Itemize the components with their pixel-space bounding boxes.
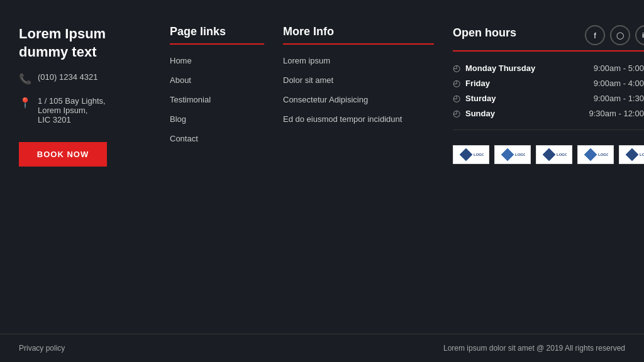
privacy-policy-link[interactable]: Privacy policy <box>19 344 65 353</box>
address-contact: 📍 1 / 105 Bay Lights, Lorem Ipsum, LIC 3… <box>19 96 145 124</box>
hours-day-sunday: Sunday <box>465 109 541 118</box>
partner-logo-4: LOGO <box>577 145 614 164</box>
more-info-divider <box>283 43 434 45</box>
social-icons: f ◯ in <box>585 25 644 45</box>
svg-text:LOGO: LOGO <box>474 153 484 156</box>
more-info-link-4[interactable]: Ed do eiusmod tempor incididunt <box>283 114 434 124</box>
footer-bottom: Privacy policy Lorem ipsum dolor sit ame… <box>0 334 644 362</box>
address-line3: LIC 3201 <box>38 115 106 124</box>
page-links-divider <box>170 43 264 45</box>
hours-time-monday: 9:00am - 5:00pm <box>594 63 644 73</box>
instagram-icon[interactable]: ◯ <box>610 25 630 45</box>
open-hours-title: Open hours <box>453 26 516 40</box>
more-info-link-1[interactable]: Lorem ipsum <box>283 56 434 65</box>
partner-logo-3: LOGO <box>536 145 572 164</box>
more-info-column: More Info Lorem ipsum Dolor sit amet Con… <box>283 25 434 315</box>
copyright-text: Lorem ipsum dolor sit amet @ 2019 All ri… <box>443 344 625 353</box>
hours-row-monday: ◴ Monday Thursday 9:00am - 5:00pm <box>453 63 644 73</box>
logo-strip: LOGO LOGO LOGO LOGO <box>453 145 644 164</box>
hours-time-sunday: 9:30am - 12:00pm <box>589 109 644 118</box>
hours-row-friday: ◴ Friday 9:00am - 4:00pm <box>453 78 644 88</box>
linkedin-icon[interactable]: in <box>635 25 644 45</box>
svg-marker-4 <box>543 148 555 161</box>
nav-link-testimonial[interactable]: Testimonial <box>170 95 264 104</box>
page-links-title: Page links <box>170 25 264 38</box>
clock-icon-2: ◴ <box>453 78 460 88</box>
svg-marker-6 <box>584 148 597 161</box>
svg-marker-8 <box>626 148 638 161</box>
logo-divider <box>453 129 644 130</box>
svg-text:LOGO: LOGO <box>598 153 608 156</box>
phone-contact: 📞 (010) 1234 4321 <box>19 72 145 85</box>
address-line1: 1 / 105 Bay Lights, <box>38 96 106 106</box>
hours-header: Open hours f ◯ in <box>453 25 644 45</box>
clock-icon-4: ◴ <box>453 108 460 118</box>
partner-logo-1: LOGO <box>453 145 489 164</box>
book-now-button[interactable]: BOOK NOW <box>19 142 107 167</box>
nav-link-blog[interactable]: Blog <box>170 114 264 124</box>
location-icon: 📍 <box>19 97 31 109</box>
hours-row-saturday: ◴ Sturday 9:00am - 1:30pm <box>453 93 644 103</box>
hours-time-friday: 9:00am - 4:00pm <box>594 79 644 88</box>
open-hours-divider <box>453 50 644 52</box>
hours-row-sunday: ◴ Sunday 9:30am - 12:00pm <box>453 108 644 118</box>
more-info-title: More Info <box>283 25 434 38</box>
svg-text:LOGO: LOGO <box>515 153 525 156</box>
hours-day-friday: Friday <box>465 79 541 88</box>
hours-day-monday: Monday Thursday <box>465 63 541 73</box>
nav-link-home[interactable]: Home <box>170 56 264 65</box>
brand-title: Lorem Ipsum dummy text <box>19 25 145 61</box>
address-text: 1 / 105 Bay Lights, Lorem Ipsum, LIC 320… <box>38 96 106 124</box>
svg-marker-2 <box>501 148 514 161</box>
brand-column: Lorem Ipsum dummy text 📞 (010) 1234 4321… <box>19 25 145 315</box>
svg-text:LOGO: LOGO <box>640 153 644 156</box>
nav-link-about[interactable]: About <box>170 75 264 85</box>
more-info-link-2[interactable]: Dolor sit amet <box>283 75 434 85</box>
partner-logo-5: LOGO <box>619 145 644 164</box>
clock-icon-1: ◴ <box>453 63 460 73</box>
svg-text:LOGO: LOGO <box>557 153 567 156</box>
hours-time-saturday: 9:00am - 1:30pm <box>594 94 644 103</box>
footer-main: Lorem Ipsum dummy text 📞 (010) 1234 4321… <box>0 0 644 334</box>
more-info-link-3[interactable]: Consectetur Adipisicing <box>283 95 434 104</box>
partner-logo-2: LOGO <box>494 145 531 164</box>
phone-icon: 📞 <box>19 73 31 85</box>
clock-icon-3: ◴ <box>453 93 460 103</box>
hours-day-saturday: Sturday <box>465 94 541 103</box>
page-links-column: Page links Home About Testimonial Blog C… <box>170 25 264 315</box>
nav-link-contact[interactable]: Contact <box>170 134 264 143</box>
facebook-icon[interactable]: f <box>585 25 605 45</box>
address-line2: Lorem Ipsum, <box>38 106 106 115</box>
svg-marker-0 <box>460 148 472 161</box>
phone-number: (010) 1234 4321 <box>38 72 97 82</box>
open-hours-column: Open hours f ◯ in ◴ Monday Thursday 9:00… <box>453 25 644 315</box>
